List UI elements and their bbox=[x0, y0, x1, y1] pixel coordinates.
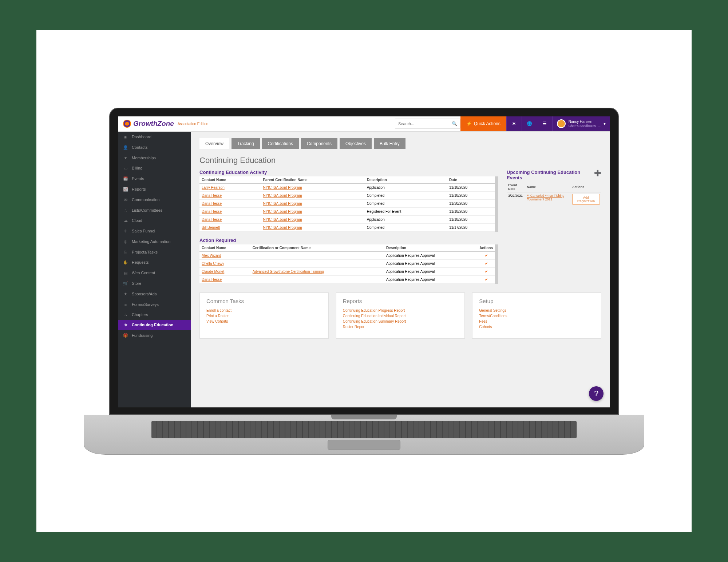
sidebar-item-requests[interactable]: ✋Requests bbox=[118, 257, 191, 268]
sidebar-item-continuing-education[interactable]: ✸Continuing Education bbox=[118, 320, 191, 330]
tab-objectives[interactable]: Objectives bbox=[340, 138, 372, 149]
approve-check-icon[interactable]: ✔ bbox=[477, 267, 495, 275]
desc-cell: Completed bbox=[365, 223, 447, 231]
cert-link[interactable]: NYIC ISA Joint Program bbox=[263, 186, 302, 190]
sidebar-item-sponsors-ads[interactable]: ★Sponsors/Ads bbox=[118, 289, 191, 299]
search-box[interactable]: 🔍 bbox=[395, 119, 460, 129]
sidebar-item-contacts[interactable]: 👤Contacts bbox=[118, 142, 191, 153]
col-header: Actions bbox=[477, 244, 495, 252]
quick-actions-button[interactable]: ⚡ Quick Actions bbox=[460, 116, 506, 131]
sidebar-label: Forms/Surveys bbox=[132, 302, 159, 307]
contact-link[interactable]: Claude Monet bbox=[202, 270, 224, 274]
table-row: Dana HesseNYIC ISA Joint ProgramComplete… bbox=[199, 199, 495, 207]
sidebar-item-lists-committees[interactable]: ⛬Lists/Committees bbox=[118, 205, 191, 215]
cert-link[interactable]: NYIC ISA Joint Program bbox=[263, 194, 302, 198]
sidebar-item-marketing-automation[interactable]: ◎Marketing Automation bbox=[118, 236, 191, 247]
network-icon-button[interactable]: ✱ bbox=[506, 116, 522, 131]
sidebar-item-forms-surveys[interactable]: ≡Forms/Surveys bbox=[118, 299, 191, 310]
contact-link[interactable]: Dana Hesse bbox=[202, 278, 222, 282]
sidebar-item-reports[interactable]: 📈Reports bbox=[118, 184, 191, 195]
logo-text: GrowthZone bbox=[133, 120, 174, 128]
sidebar-icon: ☁ bbox=[123, 218, 128, 223]
sidebar-item-store[interactable]: 🛒Store bbox=[118, 278, 191, 289]
laptop-screen: GrowthZone Association Edition 🔍 ⚡ Quick… bbox=[118, 116, 610, 407]
contact-link[interactable]: Bill Bennett bbox=[202, 226, 220, 230]
add-registration-button[interactable]: Add Registration bbox=[572, 194, 600, 205]
table-row: Dana HesseApplication Requires Approval✔ bbox=[199, 275, 495, 283]
tab-components[interactable]: Components bbox=[301, 138, 337, 149]
date-cell: 11/18/2020 bbox=[447, 183, 495, 191]
cert-link[interactable]: NYIC ISA Joint Program bbox=[263, 218, 302, 222]
table-row: Dana HesseNYIC ISA Joint ProgramComplete… bbox=[199, 191, 495, 199]
report-link[interactable]: Continuing Education Summary Report bbox=[343, 319, 458, 324]
tab-overview[interactable]: Overview bbox=[199, 138, 229, 149]
approve-check-icon[interactable]: ✔ bbox=[477, 251, 495, 259]
sidebar-icon: ✈ bbox=[123, 229, 128, 234]
user-menu[interactable]: Nancy Hansen Cheri's Sandboxes -... ▾ bbox=[552, 116, 610, 131]
setup-link[interactable]: Cohorts bbox=[479, 324, 594, 330]
contact-link[interactable]: Dana Hesse bbox=[202, 210, 222, 214]
event-link[interactable]: ** Canceled ** Ice Fishing Tournament 20… bbox=[527, 194, 565, 201]
cert-link[interactable]: NYIC ISA Joint Program bbox=[263, 226, 302, 230]
help-button[interactable]: ? bbox=[589, 386, 604, 401]
common-task-link[interactable]: View Cohorts bbox=[206, 319, 322, 324]
main-content: OverviewTrackingCertificationsComponents… bbox=[191, 132, 610, 407]
cert-link[interactable]: NYIC ISA Joint Program bbox=[263, 210, 302, 214]
sidebar-item-communication[interactable]: ✉Communication bbox=[118, 195, 191, 205]
cert-link[interactable]: NYIC ISA Joint Program bbox=[263, 202, 302, 206]
tab-bulk-entry[interactable]: Bulk Entry bbox=[374, 138, 405, 149]
sidebar-item-chapters[interactable]: ⛬Chapters bbox=[118, 310, 191, 320]
col-header: Contact Name bbox=[199, 176, 261, 184]
sidebar-label: Chapters bbox=[132, 312, 148, 317]
sidebar-label: Lists/Committees bbox=[132, 208, 162, 212]
activity-scrollbar[interactable] bbox=[495, 176, 498, 232]
app-body: ◉Dashboard👤Contacts♥Memberships▭Billing📅… bbox=[118, 132, 610, 407]
common-task-link[interactable]: Enroll a contact bbox=[206, 308, 322, 313]
cert-link[interactable]: Advanced GrowthZone Certification Traini… bbox=[253, 270, 324, 274]
setup-title: Setup bbox=[479, 298, 594, 304]
question-icon: ? bbox=[594, 389, 598, 398]
add-event-icon[interactable]: ➕ bbox=[594, 170, 601, 176]
sidebar-item-billing[interactable]: ▭Billing bbox=[118, 163, 191, 174]
sidebar-item-projects-tasks[interactable]: ⎘Projects/Tasks bbox=[118, 247, 191, 257]
tab-tracking[interactable]: Tracking bbox=[232, 138, 260, 149]
tab-bar: OverviewTrackingCertificationsComponents… bbox=[199, 138, 601, 149]
upcoming-title: Upcoming Continuing Education Events bbox=[507, 170, 601, 180]
contact-link[interactable]: Dana Hesse bbox=[202, 194, 222, 198]
user-org: Cheri's Sandboxes -... bbox=[569, 124, 601, 128]
logo[interactable]: GrowthZone Association Edition bbox=[118, 116, 213, 131]
report-link[interactable]: Roster Report bbox=[343, 324, 458, 330]
sidebar-item-events[interactable]: 📅Events bbox=[118, 174, 191, 184]
sidebar-item-cloud[interactable]: ☁Cloud bbox=[118, 215, 191, 226]
contact-link[interactable]: Alex Wizard bbox=[202, 254, 221, 258]
approve-check-icon[interactable]: ✔ bbox=[477, 259, 495, 267]
globe-icon-button[interactable]: 🌐 bbox=[522, 116, 537, 131]
logo-edition: Association Edition bbox=[178, 122, 209, 126]
sidebar-label: Dashboard bbox=[132, 135, 151, 139]
contact-link[interactable]: Chella Chewy bbox=[202, 262, 224, 266]
tab-certifications[interactable]: Certifications bbox=[262, 138, 299, 149]
sidebar-item-dashboard[interactable]: ◉Dashboard bbox=[118, 132, 191, 142]
approve-check-icon[interactable]: ✔ bbox=[477, 275, 495, 283]
sidebar-item-memberships[interactable]: ♥Memberships bbox=[118, 153, 191, 163]
topbar: GrowthZone Association Edition 🔍 ⚡ Quick… bbox=[118, 116, 610, 132]
col-header: Certification or Component Name bbox=[250, 244, 384, 252]
contact-link[interactable]: Dana Hesse bbox=[202, 218, 222, 222]
report-link[interactable]: Continuing Education Progress Report bbox=[343, 308, 458, 313]
sidebar-item-fundraising[interactable]: 🎁Fundraising bbox=[118, 330, 191, 341]
sidebar-label: Web Content bbox=[132, 271, 155, 275]
laptop-bezel: GrowthZone Association Edition 🔍 ⚡ Quick… bbox=[109, 108, 619, 415]
contact-link[interactable]: Larry Pearson bbox=[202, 186, 225, 190]
setup-link[interactable]: General Settings bbox=[479, 308, 594, 313]
setup-link[interactable]: Fees bbox=[479, 319, 594, 324]
common-task-link[interactable]: Print a Roster bbox=[206, 313, 322, 319]
sidebar-item-web-content[interactable]: ▤Web Content bbox=[118, 268, 191, 278]
search-input[interactable] bbox=[398, 121, 452, 126]
action-scrollbar[interactable] bbox=[495, 244, 498, 284]
report-link[interactable]: Continuing Education Individual Report bbox=[343, 313, 458, 319]
list-icon-button[interactable]: ☰ bbox=[537, 116, 552, 131]
sidebar-item-sales-funnel[interactable]: ✈Sales Funnel bbox=[118, 226, 191, 236]
action-required-title: Action Required bbox=[199, 238, 498, 243]
contact-link[interactable]: Dana Hesse bbox=[202, 202, 222, 206]
setup-link[interactable]: Terms/Conditions bbox=[479, 313, 594, 319]
